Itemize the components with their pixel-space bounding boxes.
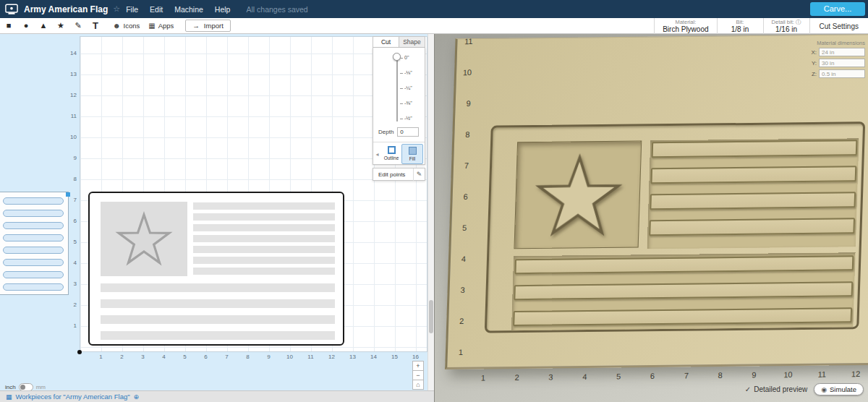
- origin-point: [77, 350, 82, 354]
- icons-button[interactable]: ☻ Icons: [113, 22, 140, 30]
- cut-settings-button[interactable]: Cut Settings: [809, 18, 868, 34]
- save-status: All changes saved: [246, 5, 307, 14]
- workpiece-thumb-bar: [3, 283, 64, 291]
- stripe-shape[interactable]: [101, 283, 335, 292]
- dim-x-input[interactable]: [819, 48, 865, 56]
- ruler-tick: 14: [367, 354, 380, 360]
- triangle-tool-button[interactable]: ▲: [35, 18, 52, 33]
- ruler-tick: 1: [64, 322, 77, 329]
- draw-tool-button[interactable]: ✎: [69, 18, 87, 33]
- ruler-tick: 11: [305, 354, 318, 360]
- easel-logo-icon: [5, 4, 18, 15]
- bit-setting[interactable]: Bit: 1/8 in: [717, 18, 763, 34]
- preview-scene: 123456789101112 1110987654321: [434, 34, 868, 402]
- stripe-shape[interactable]: [101, 299, 335, 308]
- menu-item[interactable]: Help: [215, 5, 231, 14]
- design-canvas[interactable]: 1413121110987654321 12345678910111213141…: [0, 34, 434, 390]
- ruler-tick: 9: [64, 155, 77, 161]
- import-button[interactable]: → Import: [185, 20, 230, 32]
- ruler-tick: 15: [388, 354, 401, 360]
- edit-points-button[interactable]: Edit points: [373, 171, 413, 178]
- canvas-scrollbar[interactable]: [427, 34, 434, 390]
- workpiece-thumb-bar: [3, 222, 64, 229]
- ruler-tick: 9: [747, 370, 760, 379]
- icons-label: Icons: [124, 22, 140, 30]
- ruler-tick: 16: [409, 354, 422, 360]
- detailed-preview-toggle[interactable]: ✓ Detailed preview: [745, 385, 807, 393]
- ruler-tick: 3: [137, 354, 150, 360]
- scrollbar-thumb[interactable]: [429, 300, 433, 333]
- apps-grid-icon: ▦: [148, 22, 155, 30]
- slider-tick-label: -⅛": [400, 70, 412, 75]
- menu-item[interactable]: File: [126, 5, 138, 14]
- workpieces-link[interactable]: Workpieces for "Army American Flag": [16, 393, 130, 401]
- project-title[interactable]: Army American Flag: [24, 4, 108, 14]
- fill-button[interactable]: Fill: [401, 144, 423, 164]
- carve-button[interactable]: Carve...: [810, 2, 865, 16]
- ruler-tick: 9: [263, 354, 276, 360]
- menu-item[interactable]: Edit: [150, 5, 163, 14]
- stripe-shape[interactable]: [101, 315, 335, 324]
- dim-z-input[interactable]: [819, 69, 865, 78]
- ruler-tick: 8: [64, 176, 77, 182]
- carved-flag: [485, 121, 865, 333]
- ruler-tick: 11: [64, 113, 77, 119]
- ruler-tick: 5: [612, 372, 625, 380]
- ruler-tick: 7: [221, 354, 234, 360]
- depth-slider-track[interactable]: [396, 56, 398, 121]
- ruler-tick: 3: [544, 372, 557, 381]
- material-setting[interactable]: Material: Birch Plywood: [654, 18, 716, 34]
- star-tool-button[interactable]: ★: [52, 18, 69, 33]
- dim-y-label: Y:: [810, 60, 817, 67]
- carved-bottom-stripes: [487, 124, 863, 330]
- ruler-tick: 2: [510, 373, 523, 382]
- dim-y-input[interactable]: [819, 59, 865, 67]
- simulate-icon: ◉: [821, 386, 827, 393]
- info-icon[interactable]: ⓘ: [796, 19, 801, 25]
- ruler-tick: 11: [815, 370, 828, 379]
- text-tool-button[interactable]: T: [87, 18, 104, 33]
- slider-tick-label: -½": [400, 116, 412, 121]
- simulate-button[interactable]: ◉ Simulate: [814, 383, 864, 395]
- apps-button[interactable]: ▦ Apps: [148, 22, 174, 30]
- cut-settings-label: Cut Settings: [820, 22, 859, 30]
- ruler-tick: 8: [242, 354, 255, 360]
- ruler-tick: 2: [64, 302, 77, 308]
- divider: [373, 142, 425, 142]
- dim-x-label: X:: [810, 49, 817, 56]
- favorite-star-icon[interactable]: ☆: [113, 4, 120, 14]
- tab-shape[interactable]: Shape: [399, 36, 425, 48]
- ellipse-tool-button[interactable]: ●: [17, 18, 35, 33]
- outline-button[interactable]: Outline: [381, 144, 401, 164]
- toolbar-settings: Material: Birch Plywood Bit: 1/8 in Deta…: [654, 18, 868, 34]
- pencil-icon: ✎: [75, 18, 81, 33]
- flag-design[interactable]: [88, 192, 344, 346]
- flag-bottom-stripes: [90, 193, 343, 344]
- depth-slider-handle[interactable]: [393, 53, 401, 61]
- selection-handle[interactable]: [66, 192, 70, 197]
- ruler-tick: 10: [64, 134, 77, 140]
- edit-points-icon[interactable]: ✎: [413, 168, 425, 181]
- slider-tick-label: 0": [400, 55, 409, 60]
- add-workpiece-icon[interactable]: ⊕: [134, 393, 140, 401]
- ruler-tick: 10: [284, 354, 297, 360]
- detail-bit-setting[interactable]: Detail bit: ⓘ 1/16 in: [763, 18, 809, 34]
- zoom-out-button[interactable]: −: [412, 370, 424, 380]
- apps-label: Apps: [158, 22, 174, 30]
- check-icon: ✓: [745, 385, 751, 393]
- offscreen-workpiece-panel[interactable]: [0, 192, 69, 295]
- fill-label: Fill: [402, 156, 422, 161]
- zoom-home-button[interactable]: ⌂: [412, 380, 424, 390]
- text-icon: T: [93, 18, 98, 33]
- unit-inch-label: inch: [5, 384, 16, 390]
- unit-toggle: inch mm: [5, 383, 46, 390]
- depth-input[interactable]: [397, 127, 419, 137]
- collapse-arrow-icon[interactable]: ◂: [373, 151, 381, 158]
- rectangle-tool-button[interactable]: ■: [0, 18, 17, 33]
- zoom-in-button[interactable]: +: [412, 361, 424, 371]
- ruler-tick: 1: [95, 354, 108, 360]
- stripe-shape[interactable]: [101, 331, 335, 340]
- unit-switch[interactable]: [19, 383, 33, 390]
- tab-cut[interactable]: Cut: [373, 36, 399, 48]
- menu-item[interactable]: Machine: [174, 5, 203, 14]
